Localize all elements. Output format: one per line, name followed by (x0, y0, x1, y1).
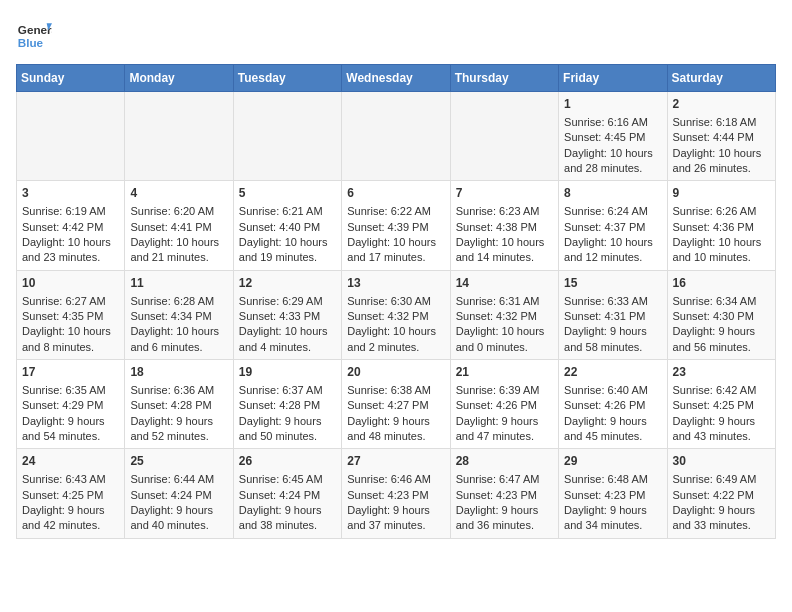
day-info: Daylight: 10 hours (673, 146, 770, 161)
day-info: Sunset: 4:35 PM (22, 309, 119, 324)
weekday-header: Wednesday (342, 65, 450, 92)
day-info: Sunrise: 6:45 AM (239, 472, 336, 487)
calendar-cell: 8Sunrise: 6:24 AMSunset: 4:37 PMDaylight… (559, 181, 667, 270)
day-number: 4 (130, 185, 227, 202)
day-info: Sunrise: 6:21 AM (239, 204, 336, 219)
day-info: Daylight: 10 hours (673, 235, 770, 250)
day-info: and 34 minutes. (564, 518, 661, 533)
day-number: 20 (347, 364, 444, 381)
day-info: Daylight: 10 hours (130, 324, 227, 339)
day-info: Sunrise: 6:34 AM (673, 294, 770, 309)
calendar-cell: 2Sunrise: 6:18 AMSunset: 4:44 PMDaylight… (667, 92, 775, 181)
calendar-header: SundayMondayTuesdayWednesdayThursdayFrid… (17, 65, 776, 92)
day-info: Daylight: 10 hours (239, 324, 336, 339)
weekday-header: Sunday (17, 65, 125, 92)
day-number: 18 (130, 364, 227, 381)
day-info: Sunset: 4:32 PM (456, 309, 553, 324)
day-number: 12 (239, 275, 336, 292)
day-number: 23 (673, 364, 770, 381)
day-info: and 12 minutes. (564, 250, 661, 265)
calendar-cell (342, 92, 450, 181)
weekday-header: Tuesday (233, 65, 341, 92)
day-info: Sunrise: 6:46 AM (347, 472, 444, 487)
day-info: Sunrise: 6:30 AM (347, 294, 444, 309)
day-info: and 19 minutes. (239, 250, 336, 265)
calendar-week-row: 3Sunrise: 6:19 AMSunset: 4:42 PMDaylight… (17, 181, 776, 270)
day-info: and 47 minutes. (456, 429, 553, 444)
day-info: Sunrise: 6:22 AM (347, 204, 444, 219)
day-info: Daylight: 9 hours (673, 414, 770, 429)
logo: General Blue (16, 16, 52, 52)
day-number: 19 (239, 364, 336, 381)
day-number: 3 (22, 185, 119, 202)
weekday-header: Monday (125, 65, 233, 92)
day-info: Daylight: 10 hours (22, 324, 119, 339)
day-info: Sunset: 4:30 PM (673, 309, 770, 324)
calendar-cell: 6Sunrise: 6:22 AMSunset: 4:39 PMDaylight… (342, 181, 450, 270)
day-info: Sunrise: 6:19 AM (22, 204, 119, 219)
calendar-table: SundayMondayTuesdayWednesdayThursdayFrid… (16, 64, 776, 539)
day-info: Sunrise: 6:27 AM (22, 294, 119, 309)
day-info: Sunrise: 6:44 AM (130, 472, 227, 487)
day-info: Daylight: 10 hours (456, 324, 553, 339)
day-info: Daylight: 10 hours (564, 235, 661, 250)
calendar-week-row: 17Sunrise: 6:35 AMSunset: 4:29 PMDayligh… (17, 360, 776, 449)
day-info: Daylight: 10 hours (456, 235, 553, 250)
calendar-cell: 17Sunrise: 6:35 AMSunset: 4:29 PMDayligh… (17, 360, 125, 449)
day-info: Daylight: 9 hours (564, 324, 661, 339)
day-info: Sunset: 4:40 PM (239, 220, 336, 235)
day-info: Sunset: 4:37 PM (564, 220, 661, 235)
day-info: Daylight: 10 hours (347, 235, 444, 250)
day-number: 30 (673, 453, 770, 470)
day-number: 15 (564, 275, 661, 292)
day-info: Sunrise: 6:33 AM (564, 294, 661, 309)
day-info: and 23 minutes. (22, 250, 119, 265)
day-info: Sunrise: 6:38 AM (347, 383, 444, 398)
day-info: and 40 minutes. (130, 518, 227, 533)
calendar-cell: 13Sunrise: 6:30 AMSunset: 4:32 PMDayligh… (342, 270, 450, 359)
calendar-cell: 23Sunrise: 6:42 AMSunset: 4:25 PMDayligh… (667, 360, 775, 449)
day-number: 29 (564, 453, 661, 470)
day-number: 28 (456, 453, 553, 470)
day-info: Sunrise: 6:39 AM (456, 383, 553, 398)
calendar-body: 1Sunrise: 6:16 AMSunset: 4:45 PMDaylight… (17, 92, 776, 539)
day-info: and 21 minutes. (130, 250, 227, 265)
day-info: Daylight: 9 hours (22, 503, 119, 518)
calendar-cell: 1Sunrise: 6:16 AMSunset: 4:45 PMDaylight… (559, 92, 667, 181)
calendar-cell: 30Sunrise: 6:49 AMSunset: 4:22 PMDayligh… (667, 449, 775, 538)
day-info: Sunset: 4:36 PM (673, 220, 770, 235)
day-info: and 28 minutes. (564, 161, 661, 176)
day-info: and 38 minutes. (239, 518, 336, 533)
calendar-cell (17, 92, 125, 181)
day-number: 13 (347, 275, 444, 292)
calendar-cell: 28Sunrise: 6:47 AMSunset: 4:23 PMDayligh… (450, 449, 558, 538)
day-number: 17 (22, 364, 119, 381)
page-header: General Blue (16, 16, 776, 52)
calendar-cell: 3Sunrise: 6:19 AMSunset: 4:42 PMDaylight… (17, 181, 125, 270)
day-info: Sunrise: 6:47 AM (456, 472, 553, 487)
calendar-cell: 21Sunrise: 6:39 AMSunset: 4:26 PMDayligh… (450, 360, 558, 449)
weekday-header: Saturday (667, 65, 775, 92)
calendar-cell: 15Sunrise: 6:33 AMSunset: 4:31 PMDayligh… (559, 270, 667, 359)
day-info: Sunset: 4:42 PM (22, 220, 119, 235)
day-info: Daylight: 9 hours (673, 324, 770, 339)
logo-icon: General Blue (16, 16, 52, 52)
day-info: Daylight: 10 hours (564, 146, 661, 161)
day-number: 1 (564, 96, 661, 113)
day-info: and 50 minutes. (239, 429, 336, 444)
calendar-cell: 20Sunrise: 6:38 AMSunset: 4:27 PMDayligh… (342, 360, 450, 449)
day-info: Sunrise: 6:23 AM (456, 204, 553, 219)
day-info: Sunrise: 6:24 AM (564, 204, 661, 219)
day-number: 6 (347, 185, 444, 202)
day-info: and 6 minutes. (130, 340, 227, 355)
day-info: and 45 minutes. (564, 429, 661, 444)
day-info: Sunset: 4:44 PM (673, 130, 770, 145)
day-info: and 2 minutes. (347, 340, 444, 355)
day-info: Sunset: 4:23 PM (456, 488, 553, 503)
day-info: and 26 minutes. (673, 161, 770, 176)
calendar-cell: 29Sunrise: 6:48 AMSunset: 4:23 PMDayligh… (559, 449, 667, 538)
calendar-cell (233, 92, 341, 181)
calendar-cell (125, 92, 233, 181)
day-info: Sunrise: 6:35 AM (22, 383, 119, 398)
day-info: Daylight: 9 hours (564, 503, 661, 518)
